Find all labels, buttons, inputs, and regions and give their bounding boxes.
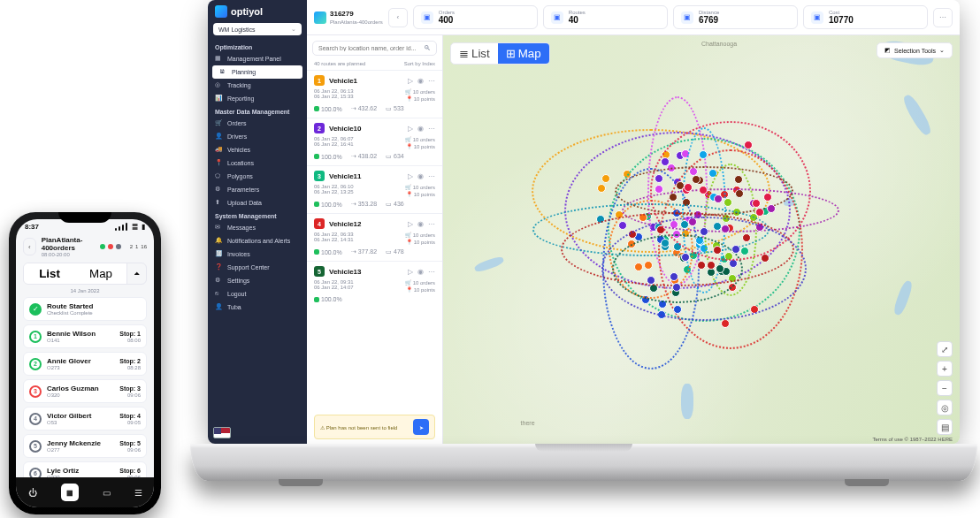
routes-count: 40 routes are planned (314, 61, 365, 66)
vehicle-index-badge: 3 (314, 171, 325, 181)
eye-icon[interactable]: ◉ (417, 268, 424, 276)
sidebar-item-label: Support Center (227, 264, 269, 270)
map-layers-icon[interactable]: ▤ (937, 419, 953, 435)
filter-icon[interactable]: ⏶ (126, 263, 146, 284)
sidebar-item-tuba[interactable]: 👤 Tuba (208, 301, 307, 314)
language-flag-us[interactable] (213, 427, 231, 438)
send-plan-button[interactable]: ➤ (413, 419, 429, 435)
eye-icon[interactable]: ◉ (417, 172, 424, 180)
eye-icon[interactable]: ◉ (417, 125, 424, 133)
sidebar-item-support-center[interactable]: ❓ Support Center (208, 261, 307, 274)
orders-icon: 🛒 (215, 119, 223, 127)
plan-badge[interactable]: 316279 PlanAtlanta-400orders (314, 10, 383, 26)
routes-list[interactable]: 1 Vehicle1 ▷ ◉ ⋯ 06 Jan 22, 06:1306 Jan … (307, 70, 442, 410)
mobile-stop-card[interactable]: 5 Jenny MckenzieO277 Stop: 509:06 (23, 434, 147, 458)
plan-prev-icon[interactable]: ‹ (388, 8, 408, 27)
search-input[interactable] (318, 45, 424, 51)
selection-tools-button[interactable]: ◩ Selection Tools ⌄ (877, 42, 953, 58)
sidebar-item-label: Tracking (227, 82, 251, 88)
plan-icon (314, 11, 326, 24)
sidebar-item-vehicles[interactable]: 🚚 Vehicles (208, 143, 307, 156)
sidebar-item-parameters[interactable]: ⚙ Parameters (208, 183, 307, 196)
sidebar-item-locations[interactable]: 📍 Locations (208, 156, 307, 170)
phone-frame: 8:37 ䷀▮ ‹ PlanAtlanta-400orders 08:00-20… (9, 212, 161, 514)
sidebar-item-upload-data[interactable]: ⬆ Upload Data (208, 196, 307, 209)
back-icon[interactable]: ‹ (23, 238, 36, 255)
route-stop-pin[interactable] (672, 283, 681, 292)
route-stop-pin[interactable] (752, 199, 761, 208)
play-icon[interactable]: ▷ (408, 125, 413, 133)
map-zoom-in-icon[interactable]: + (937, 361, 953, 377)
more-icon[interactable]: ⋯ (428, 172, 435, 180)
play-icon[interactable]: ▷ (408, 77, 413, 85)
map-fullscreen-icon[interactable]: ⤢ (937, 341, 953, 357)
sidebar-item-drivers[interactable]: 👤 Drivers (208, 130, 307, 143)
play-icon[interactable]: ▷ (408, 268, 413, 276)
tenant-selector[interactable]: WM Logistics ⌄ (213, 23, 302, 35)
play-icon[interactable]: ▷ (408, 172, 413, 180)
eye-icon[interactable]: ◉ (417, 220, 424, 228)
mobile-tab-list[interactable]: List (24, 263, 75, 284)
sidebar-item-logout[interactable]: ⎋ Logout (208, 287, 307, 301)
vehicle-card[interactable]: 3 Vehicle11 ▷ ◉ ⋯ 06 Jan 22, 06:1006 Jan… (307, 165, 442, 213)
sidebar-item-notifications-and-alerts[interactable]: 🔔 Notifications and Alerts (208, 234, 307, 248)
sidebar-item-reporting[interactable]: 📊 Reporting (208, 92, 307, 105)
topbar-more-icon[interactable]: ⋯ (933, 8, 953, 27)
sidebar-item-settings[interactable]: ⚙ Settings (208, 274, 307, 287)
more-icon[interactable]: ⋯ (428, 268, 435, 276)
more-icon[interactable]: ⋯ (428, 125, 435, 133)
routes-search[interactable]: 🔍︎ (312, 41, 437, 56)
view-map-button[interactable]: ⊞ Map (498, 43, 549, 64)
mobile-tab-map[interactable]: Map (75, 263, 126, 284)
route-stop-pin[interactable] (699, 186, 708, 194)
more-icon[interactable]: ⋯ (428, 220, 435, 228)
brand-logo-icon (215, 5, 227, 18)
search-icon: 🔍︎ (424, 44, 431, 52)
sidebar-item-invoices[interactable]: 🧾 Invoices (208, 248, 307, 261)
routes-sort[interactable]: Sort by Index (404, 61, 435, 66)
kpi-cost: ▣ Cost10770 (803, 5, 928, 29)
mobile-tabs: List Map ⏶ (23, 263, 147, 285)
mobile-date: 14 Jan 2022 (16, 288, 154, 293)
mobile-stop-card[interactable]: 1 Bennie WilsonO141 Stop: 108:00 (23, 324, 147, 348)
drivers-icon: 👤 (215, 133, 223, 141)
map-locate-icon[interactable]: ◎ (937, 400, 953, 415)
more-icon[interactable]: ⋯ (428, 77, 435, 85)
parameters-icon: ⚙ (215, 186, 223, 194)
nav-bars-icon[interactable]: ▭ (103, 488, 111, 498)
nav-menu-icon[interactable]: ☰ (134, 488, 142, 498)
sidebar-item-tracking[interactable]: ◎ Tracking (208, 79, 307, 92)
sidebar-item-polygons[interactable]: ⬠ Polygons (208, 170, 307, 183)
route-stop-pin[interactable] (647, 276, 655, 285)
sidebar-item-messages[interactable]: ✉ Messages (208, 221, 307, 234)
mobile-stop-card[interactable]: 6 Lyle OrtizO320 Stop: 609:06 (23, 461, 147, 477)
laptop-screen-bezel: optiyol WM Logistics ⌄ Optimization ▦ Ma… (208, 0, 960, 444)
route-stop-pin[interactable] (744, 141, 753, 149)
mobile-stops-list[interactable]: ✓ Route Started Checklist Complete 1 Ben… (16, 297, 154, 477)
mobile-stop-card[interactable]: 3 Carlos GuzmanO320 Stop: 309:06 (23, 379, 147, 403)
route-stop-pin[interactable] (755, 208, 764, 217)
route-stop-pin[interactable] (684, 183, 693, 192)
sidebar-item-management-panel[interactable]: ▦ Management Panel (208, 52, 307, 65)
map-label: Chattanooga (701, 41, 737, 47)
nav-power-icon[interactable]: ⏻ (28, 488, 37, 498)
map-zoom-out-icon[interactable]: − (937, 380, 953, 396)
sidebar-item-planning[interactable]: 🗎 Planning (212, 65, 302, 79)
upload-data-icon: ⬆ (215, 199, 223, 207)
route-stop-pin[interactable] (763, 193, 772, 202)
vehicle-card[interactable]: 4 Vehicle12 ▷ ◉ ⋯ 06 Jan 22, 06:3306 Jan… (307, 213, 442, 261)
view-list-button[interactable]: ≣ List (451, 43, 498, 64)
vehicle-card[interactable]: 1 Vehicle1 ▷ ◉ ⋯ 06 Jan 22, 06:1306 Jan … (307, 70, 442, 118)
eye-icon[interactable]: ◉ (417, 77, 424, 85)
sidebar-item-orders[interactable]: 🛒 Orders (208, 117, 307, 130)
orders-icon: ▣ (421, 11, 433, 24)
play-icon[interactable]: ▷ (408, 220, 413, 228)
route-stop-pin[interactable] (670, 272, 678, 281)
vehicle-card[interactable]: 2 Vehicle10 ▷ ◉ ⋯ 06 Jan 22, 06:0706 Jan… (307, 118, 442, 165)
vehicle-card[interactable]: 5 Vehicle13 ▷ ◉ ⋯ 06 Jan 22, 09:3106 Jan… (307, 261, 442, 308)
settings-icon: ⚙ (215, 277, 223, 285)
mobile-stop-card[interactable]: 4 Victor GilbertO53 Stop: 409:05 (23, 407, 147, 430)
mobile-stop-card[interactable]: 2 Annie GloverO273 Stop: 208:28 (23, 352, 147, 376)
nav-grid-icon[interactable]: ▦ (61, 484, 79, 501)
map-area[interactable]: Chattanooga there 1234567891234567 ≣ Lis… (443, 35, 960, 444)
